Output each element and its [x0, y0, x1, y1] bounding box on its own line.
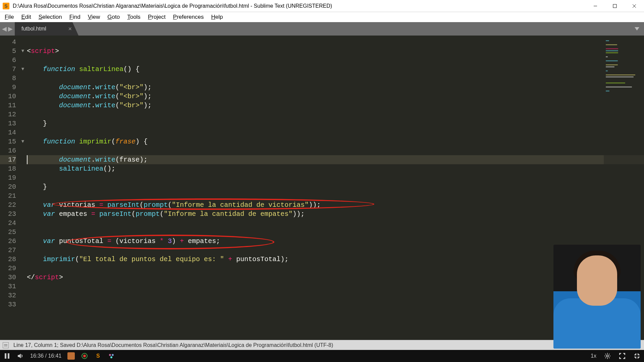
- menu-edit[interactable]: Edit: [18, 13, 34, 21]
- line-number: 33: [0, 300, 16, 309]
- line-number: 11: [0, 101, 16, 110]
- status-text: Line 17, Column 1; Saved D:\Alura Rosa\D…: [13, 342, 333, 348]
- line-number-gutter: 4567891011121314151617181920212223242526…: [0, 36, 19, 340]
- fold-marker: [19, 173, 26, 182]
- code-line[interactable]: function saltarLinea() {: [27, 65, 644, 74]
- menu-view[interactable]: View: [85, 13, 104, 21]
- line-number: 7: [0, 65, 16, 74]
- volume-icon[interactable]: [17, 352, 24, 360]
- code-line[interactable]: [27, 38, 644, 47]
- tab-nav-prev-icon[interactable]: ◀: [2, 25, 7, 33]
- code-line[interactable]: function imprimir(frase) {: [27, 137, 644, 146]
- fold-marker: [19, 237, 26, 246]
- fold-marker: [19, 200, 26, 209]
- taskbar-app-4-icon[interactable]: [108, 352, 115, 360]
- taskbar-app-3-icon[interactable]: S: [94, 352, 102, 360]
- code-line[interactable]: saltarLinea();: [27, 164, 644, 173]
- window-close-button[interactable]: [625, 0, 644, 12]
- tab-nav-arrows[interactable]: ◀ ▶: [0, 22, 15, 36]
- menu-selection[interactable]: Selection: [35, 13, 65, 21]
- fold-marker: [19, 83, 26, 92]
- line-number: 17: [0, 155, 16, 164]
- fold-marker[interactable]: ▼: [19, 137, 26, 146]
- svg-point-10: [109, 354, 111, 356]
- menu-goto[interactable]: Goto: [104, 13, 123, 21]
- code-line[interactable]: document.write("<br>");: [27, 83, 644, 92]
- fold-marker[interactable]: ▼: [19, 65, 26, 74]
- tab-bar: ◀ ▶ futbol.html ×: [0, 22, 644, 36]
- code-line[interactable]: [27, 173, 644, 182]
- code-line[interactable]: [27, 146, 644, 155]
- menu-project[interactable]: Project: [145, 13, 169, 21]
- code-line[interactable]: [27, 228, 644, 237]
- presenter-webcam-overlay: [553, 245, 641, 349]
- code-line[interactable]: [27, 282, 644, 291]
- code-line[interactable]: [27, 291, 644, 300]
- tab-active[interactable]: futbol.html ×: [15, 22, 78, 36]
- menu-help[interactable]: Help: [208, 13, 226, 21]
- code-area[interactable]: <script> function saltarLinea() { docume…: [26, 36, 644, 340]
- tab-overflow-button[interactable]: [630, 22, 644, 36]
- window-minimize-button[interactable]: [586, 0, 605, 12]
- fold-marker: [19, 128, 26, 137]
- code-line[interactable]: }: [27, 182, 644, 191]
- code-line[interactable]: var puntosTotal = (victorias * 3) + empa…: [27, 237, 644, 246]
- line-number: 32: [0, 291, 16, 300]
- status-panel-icon[interactable]: [3, 342, 9, 348]
- code-line[interactable]: var victorias = parseInt(prompt("Informe…: [27, 200, 644, 209]
- code-line[interactable]: [27, 74, 644, 83]
- code-line[interactable]: [27, 246, 644, 255]
- line-number: 15: [0, 137, 16, 146]
- code-line[interactable]: [27, 128, 644, 137]
- line-number: 8: [0, 74, 16, 83]
- zoom-level[interactable]: 1x: [591, 353, 596, 359]
- code-line[interactable]: [27, 110, 644, 119]
- taskbar-app-2-icon[interactable]: [81, 352, 88, 360]
- svg-rect-5: [5, 353, 6, 359]
- code-line[interactable]: document.write("<br>");: [27, 92, 644, 101]
- fullscreen-icon[interactable]: [619, 352, 626, 360]
- window-maximize-button[interactable]: [605, 0, 625, 12]
- code-editor[interactable]: 4567891011121314151617181920212223242526…: [0, 36, 644, 340]
- menu-file[interactable]: File: [1, 13, 17, 21]
- app-icon: S: [3, 3, 9, 9]
- svg-rect-6: [8, 353, 9, 359]
- menu-tools[interactable]: Tools: [124, 13, 144, 21]
- line-number: 31: [0, 282, 16, 291]
- tab-nav-next-icon[interactable]: ▶: [8, 25, 13, 33]
- line-number: 16: [0, 146, 16, 155]
- code-line[interactable]: </script>: [27, 273, 644, 282]
- code-line[interactable]: var empates = parseInt(prompt("Informe l…: [27, 209, 644, 219]
- fold-marker: [19, 56, 26, 65]
- code-line[interactable]: [27, 264, 644, 273]
- playback-bar: 16:36 / 16:41 S 1x: [0, 350, 644, 362]
- line-number: 9: [0, 83, 16, 92]
- svg-marker-7: [18, 354, 21, 358]
- code-line[interactable]: document.write(frase);: [27, 155, 644, 164]
- settings-icon[interactable]: [604, 352, 611, 360]
- tab-close-icon[interactable]: ×: [68, 25, 72, 33]
- code-line[interactable]: document.write("<br>");: [27, 101, 644, 110]
- svg-point-12: [110, 356, 112, 358]
- pause-icon[interactable]: [3, 352, 11, 360]
- fold-marker: [19, 38, 26, 47]
- code-line[interactable]: [27, 56, 644, 65]
- code-line[interactable]: imprimir("El total de puntos del equipo …: [27, 255, 644, 264]
- code-line[interactable]: }: [27, 119, 644, 128]
- taskbar-app-1-icon[interactable]: [67, 352, 75, 360]
- menu-preferences[interactable]: Preferences: [170, 13, 207, 21]
- fold-column[interactable]: ▼▼▼: [19, 36, 26, 340]
- fold-marker: [19, 164, 26, 173]
- code-line[interactable]: [27, 191, 644, 200]
- line-number: 25: [0, 228, 16, 237]
- line-number: 12: [0, 110, 16, 119]
- menu-bar: FileEditSelectionFindViewGotoToolsProjec…: [0, 12, 644, 22]
- code-line[interactable]: <script>: [27, 47, 644, 56]
- line-number: 10: [0, 92, 16, 101]
- exit-fullscreen-icon[interactable]: [633, 352, 641, 360]
- code-line[interactable]: [27, 219, 644, 228]
- line-number: 30: [0, 273, 16, 282]
- menu-find[interactable]: Find: [66, 13, 84, 21]
- code-line[interactable]: [27, 300, 644, 309]
- fold-marker[interactable]: ▼: [19, 47, 26, 56]
